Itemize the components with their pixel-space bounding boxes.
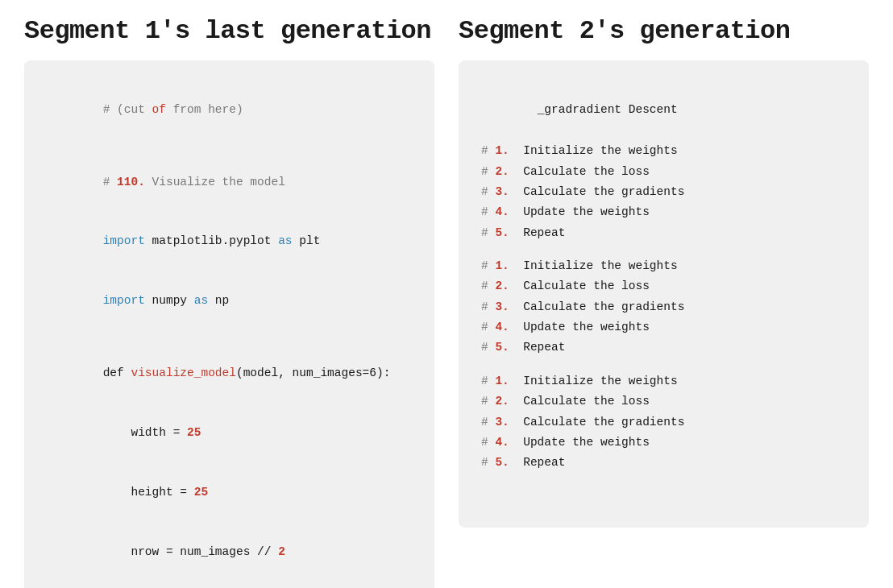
code-line: height = 25 (47, 462, 412, 522)
r-line: # 5. Repeat (481, 337, 846, 358)
segment2-header: _gradradient Descent (481, 80, 846, 141)
plain-text: Calculate the loss (509, 395, 650, 408)
r-line: # 4. Update the weights (481, 202, 846, 222)
comment: # (481, 375, 495, 387)
comment: # (cut (103, 103, 152, 116)
blank-line (47, 331, 412, 344)
plain-text: Initialize the weights (509, 259, 678, 272)
blank-line (481, 358, 846, 371)
plain-text: Calculate the loss (509, 280, 650, 292)
r-line: # 4. Update the weights (481, 433, 846, 453)
r-num: 1. (495, 259, 509, 272)
segment1-code-box: # (cut of from here) # 110. Visualize th… (24, 60, 434, 588)
r-num: 3. (495, 300, 509, 313)
keyword-as2: as (194, 294, 208, 307)
r-num: 3. (495, 185, 509, 198)
segment2-column: Segment 2's generation _gradradient Desc… (459, 16, 869, 588)
plain-text: _gradradient Descent (538, 103, 678, 116)
comment: # (481, 185, 495, 198)
code-line: import numpy as np (47, 271, 412, 331)
comment: # (481, 341, 495, 354)
plain-text: Calculate the gradients (509, 300, 685, 313)
num-highlight: 110. (117, 176, 145, 188)
plain-text: width = (103, 426, 187, 439)
blank-line (481, 243, 846, 256)
code-line: nrow = num_images // 2 (47, 522, 412, 582)
plain-text: Update the weights (509, 205, 650, 218)
blank-line (47, 139, 412, 152)
plain-text: Initialize the weights (509, 375, 678, 387)
r-line: # 3. Calculate the gradients (481, 412, 846, 433)
plain-text: nrow = num_images // (103, 545, 279, 558)
r-num: 4. (495, 205, 509, 218)
plain-text: Repeat (509, 341, 566, 354)
keyword-of: of (152, 103, 166, 116)
plain-text: Initialize the weights (509, 144, 678, 157)
segment2-title: Segment 2's generation (459, 16, 869, 46)
r-num: 2. (495, 395, 509, 408)
r-num: 3. (495, 416, 509, 429)
num-highlight: 25 (194, 486, 208, 499)
r-num: 2. (495, 165, 509, 178)
func-name: visualize_model (131, 366, 236, 379)
r-num: 4. (495, 321, 509, 333)
comment: # (481, 300, 495, 313)
comment: # (481, 416, 495, 429)
r-num: 1. (495, 144, 509, 157)
r-line: # 3. Calculate the gradients (481, 297, 846, 317)
plain-text: Calculate the loss (509, 165, 650, 178)
plain-text: np (208, 294, 229, 307)
r-num: 5. (495, 456, 509, 469)
comment: Visualize the model (145, 176, 285, 188)
num-highlight: 2 (278, 545, 285, 558)
plain-text: (model, num_images=6): (236, 366, 390, 379)
code-line: # 110. Visualize the model (47, 152, 412, 212)
plain-text: numpy (145, 294, 194, 307)
comment: # (481, 456, 495, 469)
code-line: width = 25 (47, 403, 412, 462)
r-line: # 5. Repeat (481, 453, 846, 473)
plain-text: Calculate the gradients (509, 416, 685, 429)
main-layout: Segment 1's last generation # (cut of fr… (24, 16, 869, 588)
comment: # (481, 226, 495, 239)
r-num: 2. (495, 280, 509, 292)
segment2-code-box: _gradradient Descent # 1. Initialize the… (459, 60, 869, 528)
plain-text: def (103, 366, 131, 379)
r-num: 5. (495, 341, 509, 354)
plain-text: Repeat (509, 456, 566, 469)
comment: # (481, 436, 495, 449)
comment: # (481, 395, 495, 408)
r-line: # 2. Calculate the loss (481, 276, 846, 296)
r-line: # 3. Calculate the gradients (481, 182, 846, 202)
plain-text: height = (103, 486, 194, 499)
r-line: # 1. Initialize the weights (481, 371, 846, 391)
r-line: # 2. Calculate the loss (481, 162, 846, 182)
code-line: def visualize_model(model, num_images=6)… (47, 344, 412, 404)
r-line: # 4. Update the weights (481, 317, 846, 337)
comment: # (481, 280, 495, 292)
plain-text: Update the weights (509, 321, 650, 333)
comment: from here) (166, 103, 243, 116)
r-line: # 2. Calculate the loss (481, 391, 846, 412)
r-num: 4. (495, 436, 509, 449)
keyword-as: as (278, 234, 292, 247)
comment: # (481, 205, 495, 218)
r-line: # 1. Initialize the weights (481, 256, 846, 276)
r-num: 5. (495, 226, 509, 239)
comment: # (103, 176, 117, 188)
r-num: 1. (495, 375, 509, 387)
plain-text: plt (293, 234, 321, 247)
plain-text: Update the weights (509, 436, 650, 449)
comment: # (481, 321, 495, 333)
code-line: # (cut of from here) (47, 80, 412, 139)
r-line: # 1. Initialize the weights (481, 141, 846, 161)
keyword-import: import (103, 234, 145, 247)
r-line: # 5. Repeat (481, 223, 846, 243)
keyword-import2: import (103, 294, 145, 307)
plain-text: Calculate the gradients (509, 185, 685, 198)
plain-text: matplotlib.pyplot (145, 234, 278, 247)
segment1-title: Segment 1's last generation (24, 16, 434, 46)
comment: # (481, 259, 495, 272)
comment: # (481, 144, 495, 157)
comment: # (481, 165, 495, 178)
